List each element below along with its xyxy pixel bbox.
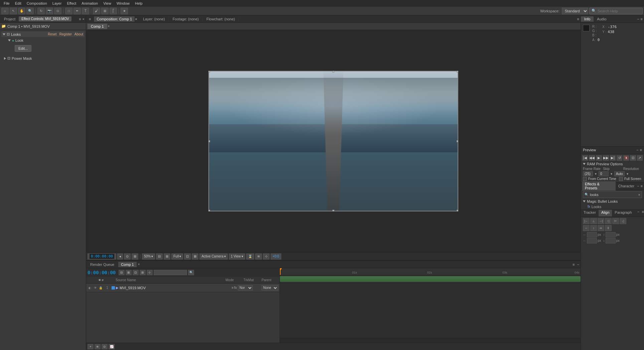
camera-tool[interactable]: 📷 [46, 8, 53, 14]
preview-send-btn[interactable]: ↗ [637, 155, 643, 161]
tab-project[interactable]: Project [1, 16, 18, 22]
fx-effect-looks[interactable]: fx Looks [581, 204, 644, 209]
sub-tab-layer[interactable]: Layer: (none) [140, 16, 168, 22]
sub-tab-footage[interactable]: Footage: (none) [169, 16, 202, 22]
panel-close-icon[interactable]: × [83, 17, 85, 21]
hand-tool[interactable]: ✋ [18, 8, 25, 14]
handle-tm[interactable] [332, 71, 334, 72]
layer-mode-select[interactable]: Nor [238, 285, 253, 291]
solo-btn[interactable]: ◐ [88, 286, 92, 290]
loop-btn[interactable]: ↺ [617, 155, 622, 161]
tab-tracker[interactable]: Tracker [581, 210, 599, 216]
pen-tool[interactable]: ✒ [73, 8, 81, 14]
tab-align[interactable]: Align [599, 210, 612, 216]
text-tool[interactable]: T [82, 8, 89, 14]
edit-button[interactable]: Edit... [15, 45, 31, 52]
stamp-tool[interactable]: ⊠ [101, 8, 109, 14]
from-current-time-check[interactable] [583, 177, 587, 181]
menu-composition[interactable]: Composition [24, 1, 49, 6]
px-input-3[interactable] [587, 238, 597, 243]
frame-rate-value[interactable]: (25) [583, 171, 593, 176]
tl-search-btn[interactable]: 🔍 [188, 270, 194, 275]
dist-h2-btn[interactable]: ⇔ [598, 225, 604, 231]
handle-br[interactable] [457, 210, 458, 211]
fx-minimize[interactable]: − [637, 184, 639, 188]
rect-tool[interactable]: □ [65, 8, 72, 14]
pan-behind-tool[interactable]: ⊙ [54, 8, 61, 14]
tab-effects-presets[interactable]: Effects & Presets [582, 181, 616, 191]
preview-menu[interactable]: ≡ [640, 148, 642, 152]
reset-link[interactable]: Reset [48, 32, 56, 36]
handle-tr[interactable] [457, 71, 458, 72]
effect-header-looks[interactable]: ⊡ Looks Reset Register About [1, 31, 85, 37]
dist-v-btn[interactable]: ↕ [590, 225, 597, 231]
full-screen-cb[interactable]: Full Screen [619, 177, 641, 181]
menu-effect[interactable]: Effect [64, 1, 78, 6]
motion-blur-tl-btn[interactable]: ⊙ [102, 344, 108, 349]
menu-file[interactable]: File [1, 1, 12, 6]
select-tool[interactable]: ↖ [10, 8, 17, 14]
playhead[interactable] [280, 268, 281, 275]
about-link[interactable]: About [74, 32, 83, 36]
dist-v2-btn[interactable]: ⇕ [605, 225, 612, 231]
play-btn[interactable]: ▶ [596, 155, 602, 161]
view-options-2[interactable]: ⊞ [164, 253, 170, 259]
tl-mode-btn4[interactable]: ⊞ [140, 270, 146, 275]
search-help-box[interactable]: 🔍 [589, 8, 643, 14]
tab-comp1[interactable]: Comp 1 [118, 262, 137, 267]
align-bottom-btn[interactable]: ↓| [620, 218, 626, 224]
br-menu[interactable]: ≡ [642, 210, 644, 214]
menu-animation[interactable]: Animation [79, 1, 100, 6]
tab-close[interactable]: × [135, 17, 138, 21]
px-input-4[interactable] [606, 238, 616, 243]
play-audio-btn[interactable]: ▶▶ [603, 155, 609, 161]
full-screen-check[interactable] [619, 177, 623, 181]
add-layer-btn[interactable]: + [88, 344, 94, 349]
info-menu-icon[interactable]: ≡ [641, 17, 643, 21]
magnification-select[interactable]: 50%▾ [142, 253, 155, 259]
align-top-btn[interactable]: ↑| [605, 218, 612, 224]
tab-paragraph[interactable]: Paragraph [612, 210, 634, 216]
tab-character[interactable]: Character [616, 183, 637, 189]
handle-bl[interactable] [208, 210, 210, 211]
layer-name[interactable]: MVI_5919.MOV [120, 286, 230, 290]
menu-view[interactable]: View [101, 1, 114, 6]
show-grid-btn[interactable]: ⊞ [132, 253, 138, 259]
handle-bm[interactable] [332, 210, 334, 211]
zoom-offset[interactable]: +0:0 [271, 253, 281, 259]
tab-composition-view[interactable]: Composition: Comp 1 [94, 16, 135, 22]
align-left-btn[interactable]: |← [583, 218, 590, 224]
timeline-timecode[interactable]: 0:00:00:00 [88, 270, 116, 275]
frame-back-btn[interactable]: ◂ [117, 253, 123, 259]
tl-mode-btn5[interactable]: ⊹ [147, 270, 153, 275]
dist-h-btn[interactable]: ↔ [583, 225, 590, 231]
fx-clear-btn[interactable]: × [638, 193, 640, 197]
comp-tab-close-x[interactable]: × [107, 24, 110, 28]
zoom-tool[interactable]: 🔍 [26, 8, 34, 14]
comp-inner-tab[interactable]: Comp 1 [88, 24, 107, 29]
px-input-2[interactable] [606, 232, 616, 237]
snap-btn[interactable]: ⊙ [124, 253, 131, 259]
mute-btn[interactable]: 🔇 [623, 155, 629, 161]
motion-blur-btn[interactable]: ≋ [255, 253, 262, 259]
home-btn[interactable]: ⌂ [1, 8, 9, 14]
rotate-tool[interactable]: ↻ [37, 8, 45, 14]
draft-btn[interactable]: ⌛ [246, 253, 254, 259]
timecode-btn[interactable]: 0:00:00:00 [88, 253, 116, 259]
fx-menu[interactable]: ≡ [641, 184, 643, 188]
tl-mode-btn1[interactable]: ⊟ [119, 270, 125, 275]
tab-info[interactable]: Info [581, 16, 594, 22]
fx-category-magic-bullet[interactable]: Magic Bullet Looks [581, 199, 644, 204]
eraser-tool[interactable]: ⎡ [110, 8, 117, 14]
tab-render-queue[interactable]: Render Queue [88, 262, 117, 267]
br-minimize[interactable]: − [637, 210, 639, 214]
preview-minimize[interactable]: − [636, 148, 638, 152]
layer-parent-select[interactable]: None [262, 285, 278, 291]
menu-edit[interactable]: Edit [13, 1, 24, 6]
menu-help[interactable]: Help [133, 1, 145, 6]
align-hcenter-btn[interactable]: ⊥ [590, 218, 597, 224]
menu-layer[interactable]: Layer [50, 1, 64, 6]
register-link[interactable]: Register [59, 32, 72, 36]
px-input-1[interactable] [587, 232, 597, 237]
sub-tab-flowchart[interactable]: Flowchart: (none) [203, 16, 239, 22]
